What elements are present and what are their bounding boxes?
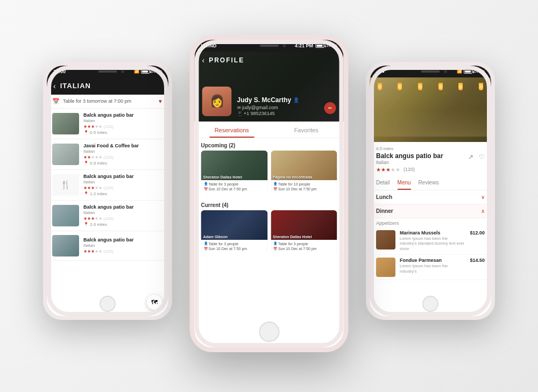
reservation-venue-label: Sheraton Dallas Hotel [273, 235, 312, 239]
back-arrow-center[interactable]: ‹ [202, 56, 205, 65]
restaurant-thumb [52, 144, 79, 165]
right-stars-row: ★★★★★ (120) [376, 167, 443, 173]
restaurant-name: Javai Food & Coffee bar [83, 143, 163, 148]
home-button-right[interactable] [422, 296, 438, 312]
restaurant-info: Balck angus patio bar Italian ★★★★★ (120… [83, 237, 163, 254]
restaurant-info: Javai Food & Coffee bar Italian ★★★★★ (1… [83, 143, 163, 166]
lunch-section-header[interactable]: Lunch ∨ [370, 190, 491, 204]
menu-item-name: Fondue Parmesan [400, 258, 465, 263]
tab-reviews[interactable]: Reviews [419, 180, 439, 190]
center-phone-screen: I WIND 4:21 PM 100% ‹ PROFILE [195, 40, 344, 347]
profile-nav: ‹ PROFILE [195, 52, 344, 69]
right-battery: 100% [474, 69, 485, 74]
right-stars: ★★★★★ [376, 167, 400, 173]
reservation-card-image: Pagina no encontrada [271, 151, 337, 180]
menu-item-description: Lorem Ipsum has been the industry's stan… [400, 236, 465, 252]
reservation-date-detail: 📅 Sun 10 Dec at 7:50 pm [204, 246, 265, 252]
right-content: 0.5 miles Balck angus patio bar Italian … [370, 142, 491, 280]
profile-info-row: 👩 Judy S. McCarthy 👤 ✉ judy@gmail.com 📱 [195, 81, 344, 122]
restaurant-distance: 📍1.2 miles [83, 191, 163, 196]
pin-icon: 📍 [83, 222, 89, 227]
restaurant-distance: 📍0.9 miles [83, 161, 163, 166]
phone-center: I WIND 4:21 PM 100% ‹ PROFILE [190, 35, 349, 352]
menu-item-price: $14.50 [470, 258, 485, 263]
list-item[interactable]: Balck angus patio bar Italian ★★★★★ (120… [47, 231, 168, 261]
reservation-card-image: Sheraton Dallas Hotel [271, 210, 337, 240]
menu-item-info: Fondue Parmesan Lorem Ipsum has been the… [400, 258, 465, 274]
restaurant-cuisine: Italian [83, 180, 163, 184]
menu-item[interactable]: Fondue Parmesan Lorem Ipsum has been the… [370, 255, 491, 280]
profile-nav-title: PROFILE [209, 56, 244, 64]
right-time: ●●● [376, 69, 385, 74]
dinner-section-header[interactable]: Dinner ∧ [370, 204, 491, 218]
list-item[interactable]: Balck angus patio bar Italian ★★★★★ (120… [47, 109, 168, 139]
right-status-bar: ●●● 📶 100% [370, 66, 491, 77]
left-time: 12:00 [53, 69, 66, 74]
right-phone-screen: ●●● 📶 100% [370, 66, 491, 316]
tab-menu[interactable]: Menu [398, 180, 411, 190]
list-item[interactable]: Balck angus patio bar Italian ★★★★★ (120… [47, 201, 168, 231]
left-header: ‹ ITALIAN [47, 77, 168, 95]
home-button-center[interactable] [259, 322, 279, 342]
list-item[interactable]: Javai Food & Coffee bar Italian ★★★★★ (1… [47, 139, 168, 170]
filter-bar[interactable]: 📅 Table for 3 tomorrow at 7:00 pm ▼ [47, 95, 168, 109]
restaurant-name: Balck angus patio bar [83, 112, 163, 118]
center-carrier: I WIND [201, 43, 217, 48]
reservation-card[interactable]: Sheraton Dallas Hotel 👤 Table for 3 peop… [271, 210, 337, 253]
center-time: 4:21 PM [295, 43, 313, 48]
pin-icon: 📍 [83, 161, 89, 166]
reservation-card[interactable]: Sheraton Dallas Hotel 👤 Table for 3 peop… [201, 151, 268, 194]
tab-favorites[interactable]: Favorites [269, 122, 344, 138]
restaurant-stars: ★★★★★ (120) [83, 124, 163, 129]
restaurant-name: Balck angus patio bar [83, 237, 163, 243]
reservation-card-info: 👤 Table for 3 people 📅 Sun 10 Dec at 7:5… [271, 240, 337, 253]
profile-edit-button[interactable]: ✏ [324, 102, 336, 114]
left-status-icons: 📶 100% [134, 69, 162, 74]
reservation-venue-label: Pagina no encontrada [273, 175, 312, 179]
tab-detail[interactable]: Detail [376, 180, 390, 190]
restaurant-thumb [52, 205, 79, 226]
filter-text: Table for 3 tomorrow at 7:00 pm [63, 98, 154, 104]
menu-category: Appetizers [370, 218, 491, 227]
reservation-table-detail: 👤 Table for 3 people [204, 241, 265, 247]
profile-header: ‹ PROFILE 👩 Judy S. McCarthy 👤 ✉ [195, 52, 344, 122]
map-fab-button[interactable]: 🗺 [147, 295, 162, 310]
battery-label: 100% [151, 69, 162, 74]
upcoming-section-label: Upcoming (2) [195, 138, 344, 151]
profile-email: ✉ judy@gmail.com [237, 105, 336, 110]
reservation-date-detail: 📅 Sun 10 Dec at 7:50 pm [273, 246, 335, 252]
profile-details: Judy S. McCarthy 👤 ✉ judy@gmail.com 📱 +1… [237, 96, 336, 116]
user-icon: 👤 [293, 97, 299, 103]
restaurant-distance: 📍0.5 miles [83, 130, 163, 135]
edit-icon: ✏ [328, 105, 332, 111]
wifi-icon: 📶 [134, 69, 139, 74]
tab-reservations[interactable]: Reservations [195, 122, 270, 138]
reservation-card-info: 👤 Table for 3 people 📅 Sun 10 Dec at 7:5… [201, 180, 268, 194]
favorite-icon[interactable]: ♡ [479, 153, 485, 161]
right-battery-icon [464, 69, 472, 74]
restaurant-distance: 📍2.0 miles [83, 222, 163, 227]
reservation-card[interactable]: Pagina no encontrada 👤 Table for 10 peop… [271, 151, 337, 194]
phone-right: ●●● 📶 100% [366, 62, 495, 320]
restaurant-name: Balck angus patio bar [83, 174, 163, 179]
upcoming-reservations-grid: Sheraton Dallas Hotel 👤 Table for 3 peop… [195, 151, 344, 198]
restaurant-info: Balck angus patio bar Italian ★★★★★ (120… [83, 174, 163, 196]
reservation-table-detail: 👤 Table for 10 people [273, 182, 335, 187]
tabs-row: Reservations Favorites [195, 122, 344, 138]
share-icon[interactable]: ↗ [468, 153, 473, 161]
center-battery-icon [315, 44, 324, 48]
profile-phone: 📱 +1 985236145 [237, 111, 336, 116]
restaurant-list: Balck angus patio bar Italian ★★★★★ (120… [47, 109, 168, 261]
restaurant-hero-image [370, 77, 491, 142]
back-arrow-left[interactable]: ‹ [53, 82, 56, 90]
restaurant-thumb [52, 113, 79, 134]
menu-item[interactable]: Marinara Mussels Lorem Ipsum has been th… [370, 227, 491, 255]
reservation-card[interactable]: Adam Gibson 👤 Table for 3 people 📅 Sun 1… [201, 210, 268, 253]
restaurant-thumb [52, 235, 79, 256]
list-item[interactable]: 🍴 Balck angus patio bar Italian ★★★★★ (1… [47, 170, 168, 201]
reservation-date-detail: 📅 Sun 10 Dec at 7:50 pm [273, 187, 335, 192]
menu-item-name: Marinara Mussels [400, 230, 465, 236]
current-reservations-grid: Adam Gibson 👤 Table for 3 people 📅 Sun 1… [195, 210, 344, 258]
wifi-icon-right: 📶 [457, 69, 462, 74]
home-button-left[interactable] [100, 296, 116, 312]
